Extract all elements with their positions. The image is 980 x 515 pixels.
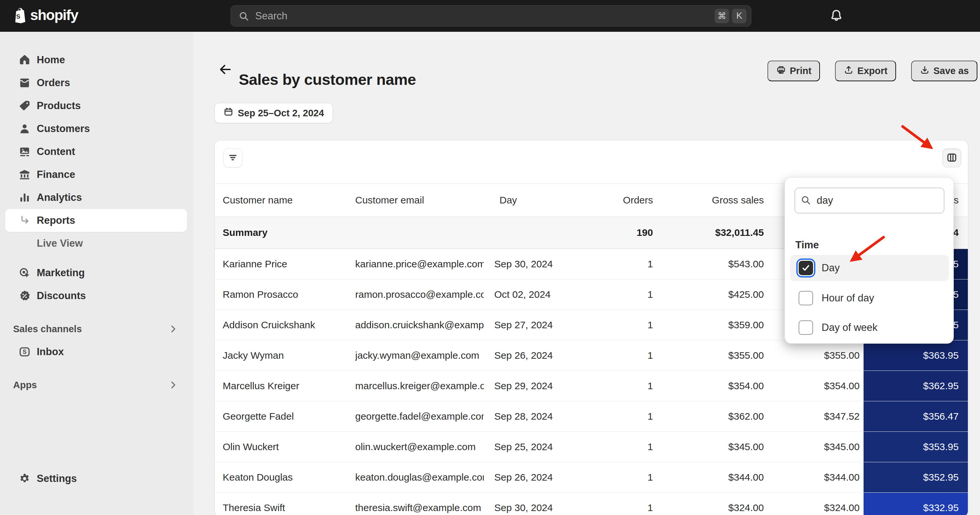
- chevron-right-icon: [168, 380, 178, 390]
- popover-search-field[interactable]: [795, 188, 944, 213]
- option-day-of-week[interactable]: Day of week: [790, 315, 949, 340]
- sidebar-item-content[interactable]: Content: [0, 140, 194, 163]
- filter-icon: [227, 152, 239, 165]
- cell-gross-sales: $362.00: [655, 401, 767, 431]
- sidebar-item-finance[interactable]: Finance: [0, 163, 194, 186]
- checkbox-hour-of-day[interactable]: [799, 291, 813, 305]
- popover-search-input[interactable]: [816, 194, 948, 207]
- table-row[interactable]: Marcellus Kreigermarcellus.kreiger@examp…: [215, 371, 968, 401]
- date-range-label: Sep 25–Oct 2, 2024: [238, 108, 324, 119]
- sidebar-item-label: Content: [37, 146, 75, 158]
- svg-text:S: S: [22, 349, 27, 355]
- edit-columns-button[interactable]: [942, 148, 961, 167]
- cell-orders: 1: [577, 341, 655, 371]
- cell-customer-name: Theresia Swift: [215, 493, 355, 515]
- sidebar-item-home[interactable]: Home: [0, 49, 194, 71]
- table-row[interactable]: Jacky Wymanjacky.wyman@example.comSep 26…: [215, 340, 968, 371]
- notifications-bell-icon[interactable]: [829, 8, 843, 23]
- header-customer-name[interactable]: Customer name: [215, 184, 355, 217]
- cell-day: Oct 02, 2024: [494, 279, 577, 310]
- shopify-admin-screen: S shopify ⌘ K HomeOrdersProductsCustomer…: [0, 0, 980, 515]
- checkbox-day-of-week[interactable]: [799, 320, 813, 335]
- table-row[interactable]: Olin Wuckertolin.wuckert@example.comSep …: [215, 431, 968, 462]
- print-button[interactable]: Print: [767, 60, 820, 81]
- cell-orders: 1: [577, 493, 655, 515]
- discounts-icon: [18, 290, 31, 302]
- sidebar-item-customers[interactable]: Customers: [0, 117, 194, 140]
- save-icon: [920, 65, 930, 77]
- cell-day: Sep 25, 2024: [494, 432, 577, 462]
- content-icon: [18, 146, 31, 158]
- option-hour-of-day-label: Hour of day: [822, 292, 874, 304]
- cell-day: Sep 29, 2024: [494, 371, 577, 401]
- shopify-logo[interactable]: S shopify: [12, 6, 78, 24]
- header-customer-email[interactable]: Customer email: [355, 184, 494, 217]
- sidebar-item-analytics[interactable]: Analytics: [0, 186, 194, 209]
- summary-label: Summary: [215, 217, 355, 248]
- cell-customer-email: keaton.douglas@example.com: [355, 462, 494, 493]
- cell-customer-name: Karianne Price: [215, 249, 355, 279]
- cell-net-sales: $354.00: [767, 371, 864, 401]
- option-day-of-week-label: Day of week: [822, 322, 878, 333]
- sidebar-section-sales-channels[interactable]: Sales channels: [0, 317, 194, 341]
- popover-section-time: Time: [795, 239, 819, 251]
- products-icon: [18, 100, 31, 112]
- cell-customer-email: georgette.fadel@example.com: [355, 401, 494, 431]
- sidebar-nav: HomeOrdersProductsCustomersContentFinanc…: [0, 32, 194, 515]
- orders-icon: [18, 77, 31, 89]
- summary-day: [494, 217, 577, 248]
- cell-orders: 1: [577, 249, 655, 279]
- sidebar-item-discounts[interactable]: Discounts: [0, 284, 194, 307]
- filter-button[interactable]: [223, 148, 242, 167]
- sidebar-item-inbox[interactable]: SInbox: [0, 341, 194, 363]
- sidebar-item-label: Inbox: [37, 346, 64, 358]
- cell-total-sales: $362.95: [864, 371, 968, 401]
- table-row[interactable]: Theresia Swifttheresia.swift@example.com…: [215, 493, 968, 515]
- save-as-button[interactable]: Save as: [911, 60, 977, 81]
- cell-gross-sales: $324.00: [655, 493, 767, 515]
- header-orders[interactable]: Orders: [577, 184, 655, 217]
- sidebar-item-reports[interactable]: Reports: [5, 209, 187, 232]
- back-arrow-icon[interactable]: [218, 62, 232, 77]
- analytics-icon: [18, 191, 31, 204]
- sidebar-item-marketing[interactable]: Marketing: [0, 261, 194, 284]
- table-row[interactable]: Keaton Douglaskeaton.douglas@example.com…: [215, 462, 968, 493]
- shopify-bag-icon: S: [12, 6, 27, 24]
- header-gross-sales[interactable]: Gross sales: [655, 184, 767, 217]
- option-hour-of-day[interactable]: Hour of day: [790, 286, 949, 311]
- cell-net-sales: $344.00: [767, 462, 864, 493]
- cell-gross-sales: $355.00: [655, 341, 767, 371]
- customers-icon: [18, 122, 31, 135]
- search-input[interactable]: [255, 10, 712, 22]
- sidebar-item-products[interactable]: Products: [0, 94, 194, 117]
- checkbox-day-checked[interactable]: [799, 261, 813, 275]
- sidebar-item-label: Apps: [13, 380, 37, 390]
- cell-orders: 1: [577, 279, 655, 310]
- cell-customer-name: Ramon Prosacco: [215, 279, 355, 310]
- sidebar-item-live-view[interactable]: Live View: [0, 232, 194, 255]
- cell-gross-sales: $345.00: [655, 432, 767, 462]
- sidebar-item-label: Settings: [37, 473, 77, 485]
- header-day[interactable]: Day: [494, 184, 577, 217]
- summary-gross-sales: $32,011.45: [655, 217, 767, 248]
- option-day[interactable]: Day: [790, 255, 949, 281]
- sidebar-section-apps[interactable]: Apps: [0, 374, 194, 396]
- cell-gross-sales: $344.00: [655, 462, 767, 493]
- sidebar-item-label: Analytics: [37, 192, 82, 203]
- sidebar-item-label: Finance: [37, 169, 75, 181]
- global-search[interactable]: ⌘ K: [231, 5, 751, 27]
- table-row[interactable]: Georgette Fadelgeorgette.fadel@example.c…: [215, 401, 968, 431]
- sidebar-item-settings[interactable]: Settings: [0, 467, 194, 490]
- export-button[interactable]: Export: [835, 60, 896, 81]
- cell-customer-name: Keaton Douglas: [215, 462, 355, 493]
- date-range-filter[interactable]: Sep 25–Oct 2, 2024: [215, 103, 333, 123]
- check-icon: [800, 263, 811, 273]
- cell-net-sales: $355.00: [767, 341, 864, 371]
- sidebar-item-label: Orders: [37, 77, 70, 89]
- sidebar-item-orders[interactable]: Orders: [0, 71, 194, 94]
- cell-net-sales: $347.52: [767, 401, 864, 431]
- cell-total-sales: $332.95: [864, 493, 968, 515]
- cell-day: Sep 28, 2024: [494, 401, 577, 431]
- cell-customer-email: marcellus.kreiger@example.com: [355, 371, 494, 401]
- cell-day: Sep 30, 2024: [494, 493, 577, 515]
